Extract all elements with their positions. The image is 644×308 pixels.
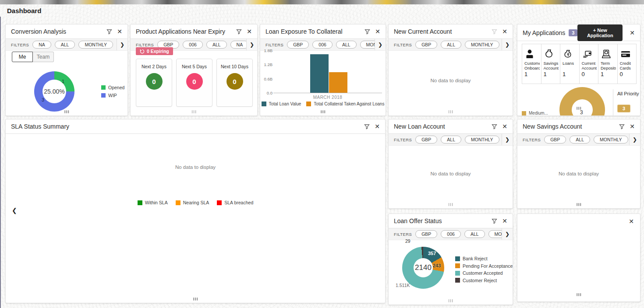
legend-swatch <box>101 85 106 90</box>
tile-credit-cards[interactable]: Credit Cards 0 <box>618 44 637 84</box>
filters-label: FILTERS <box>11 42 29 47</box>
tile-savings-account[interactable]: Savings Account 1 <box>541 44 561 84</box>
filters-label: FILTERS <box>394 137 412 142</box>
filter-pill[interactable]: GBP <box>544 136 566 144</box>
expiry-tile[interactable]: Next 5 Days 0 <box>176 59 212 107</box>
filter-pill[interactable]: ALL <box>570 136 590 144</box>
filter-icon[interactable] <box>492 29 497 35</box>
slice-value-label: 357 <box>428 251 436 256</box>
filter-pill[interactable]: GBP <box>287 41 309 49</box>
filters-label: FILTERS <box>394 232 412 237</box>
chevron-right-icon: ❯ <box>120 42 124 48</box>
filters-next-button[interactable]: ❯ <box>117 39 127 50</box>
close-icon[interactable]: ✕ <box>629 29 636 37</box>
legend-swatch <box>262 102 266 106</box>
filter-pill[interactable]: ALL <box>441 136 461 144</box>
filter-icon[interactable] <box>364 29 370 35</box>
tile-count: 1 <box>563 71 578 77</box>
filters-label: FILTERS <box>265 42 283 47</box>
close-icon[interactable]: ✕ <box>116 28 123 35</box>
filters-next-button[interactable]: ❯ <box>502 39 513 50</box>
resize-handle[interactable] <box>577 293 581 296</box>
filter-icon[interactable] <box>619 124 625 130</box>
expiry-tile[interactable]: Next 2 Days 0 <box>136 59 172 107</box>
filter-pill[interactable]: NA <box>32 41 51 49</box>
card-loan-exposure-to-collateral: Loan Exposure To Collateral ✕ FILTERS GB… <box>260 24 386 116</box>
filter-icon[interactable] <box>492 124 497 130</box>
new-application-button[interactable]: + New Application <box>577 24 623 41</box>
card-title: New Current Account <box>394 28 452 35</box>
filter-pill[interactable]: MONTHLY <box>465 136 499 144</box>
close-icon[interactable]: ✕ <box>629 122 636 130</box>
close-icon[interactable]: ✕ <box>374 122 381 130</box>
resize-handle[interactable] <box>321 110 325 113</box>
close-icon[interactable]: ✕ <box>246 28 253 35</box>
filter-pill[interactable]: ALL <box>336 41 357 49</box>
filters-next-button[interactable]: ❯ <box>246 39 257 50</box>
filter-pill[interactable]: 006 <box>183 41 203 49</box>
expiry-tile[interactable]: Next 10 Days 0 <box>216 59 253 107</box>
resize-handle[interactable] <box>449 110 453 113</box>
filters-next-button[interactable]: ❯ <box>502 134 513 145</box>
carousel-prev-icon[interactable]: ❮ <box>12 207 17 214</box>
chart-legend: Within SLA Nearing SLA SLA breached <box>6 200 385 205</box>
legend-swatch <box>455 278 460 283</box>
filter-pill[interactable]: GBP <box>415 136 437 144</box>
no-data-message: No data to display <box>389 78 513 83</box>
toggle-me[interactable]: Me <box>12 52 33 62</box>
filter-pill[interactable]: MONTHLY <box>594 136 628 144</box>
tile-current-account[interactable]: Current Account 0 <box>580 44 599 84</box>
filter-pill[interactable]: ALL <box>441 41 461 49</box>
y-tick: 1.2B <box>263 62 272 67</box>
tile-label: Current Account <box>582 61 597 71</box>
close-icon[interactable]: ✕ <box>628 217 635 225</box>
close-icon[interactable]: ✕ <box>501 122 508 130</box>
filter-pill[interactable]: ALL <box>206 41 227 49</box>
resize-handle[interactable] <box>192 110 196 113</box>
card-conversion-analysis: Conversion Analysis ✕ FILTERS NA ALL MON… <box>5 24 128 116</box>
loan-bag-icon <box>563 49 574 60</box>
legend-swatch <box>138 200 142 205</box>
slice-value-label: 3 <box>42 97 44 102</box>
close-icon[interactable]: ✕ <box>501 28 508 35</box>
legend-label: Nearing SLA <box>183 200 209 205</box>
donut-center-value: 25.00% <box>34 71 74 112</box>
filters-next-button[interactable]: ❯ <box>375 39 386 50</box>
filter-pill[interactable]: GBP <box>415 41 437 49</box>
filter-pill[interactable]: MONTHLY <box>78 41 113 49</box>
card-header: Product Applications Near Expiry ✕ <box>131 24 257 39</box>
filter-pill[interactable]: ALL <box>464 230 485 238</box>
legend-swatch <box>522 111 526 116</box>
filter-pill[interactable]: 006 <box>441 230 461 238</box>
card-my-applications: My Applications 3 + New Application ✕ Cu… <box>517 24 640 116</box>
tile-customer-onboarding[interactable]: Customer Onboardi 1 <box>522 44 541 84</box>
me-team-toggle: Me Team <box>12 52 54 62</box>
chevron-right-icon: ❯ <box>378 42 382 48</box>
resize-handle[interactable] <box>64 110 69 113</box>
filter-icon[interactable] <box>492 218 497 224</box>
filters-next-button[interactable]: ❯ <box>629 134 640 145</box>
tile-loans[interactable]: Loans 1 <box>560 44 580 84</box>
resize-handle[interactable] <box>577 107 581 110</box>
filter-pill[interactable]: ALL <box>55 41 75 49</box>
filter-icon[interactable] <box>236 29 242 35</box>
toggle-team[interactable]: Team <box>33 52 54 62</box>
resize-handle[interactable] <box>577 203 581 206</box>
filters-next-button[interactable]: ❯ <box>502 228 513 240</box>
resize-handle[interactable] <box>449 299 453 302</box>
close-icon[interactable]: ✕ <box>501 217 508 225</box>
tile-term-deposits[interactable]: Term Deposits 1 <box>598 44 618 84</box>
legend-label: Pending For Acceptance <box>463 263 513 269</box>
page-title: Dashboard <box>7 7 41 14</box>
all-priority-label: All Priority <box>617 91 639 97</box>
filter-icon[interactable] <box>106 29 112 35</box>
filter-pill[interactable]: GBP <box>415 230 437 238</box>
resize-handle[interactable] <box>193 298 198 301</box>
tile-label: Term Deposits <box>601 61 616 71</box>
filter-icon[interactable] <box>364 124 370 130</box>
card-title: Loan Exposure To Collateral <box>265 28 343 35</box>
resize-handle[interactable] <box>449 203 453 206</box>
close-icon[interactable]: ✕ <box>374 28 381 35</box>
filter-pill[interactable]: 006 <box>312 41 333 49</box>
filter-pill[interactable]: MONTHLY <box>465 41 499 49</box>
